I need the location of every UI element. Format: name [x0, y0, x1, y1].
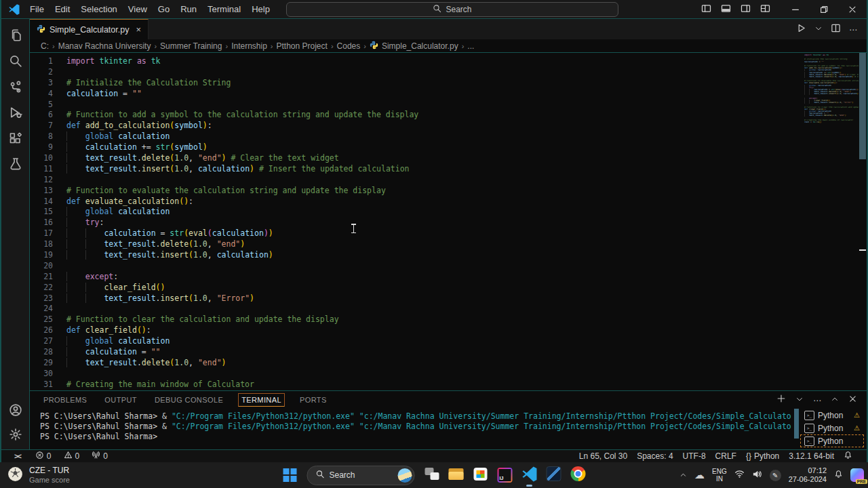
close-window-icon[interactable]: [838, 0, 867, 19]
start-button[interactable]: [278, 462, 302, 488]
status-3-12-1-64-bit[interactable]: 3.12.1 64-bit: [784, 451, 839, 461]
line-text[interactable]: import tkinter as tk: [53, 56, 161, 67]
terminal-session[interactable]: >_Python: [800, 434, 864, 447]
code-line[interactable]: 29 text_result.delete(1.0, "end"): [30, 358, 804, 369]
line-text[interactable]: global calculation: [53, 336, 170, 347]
line-number[interactable]: 19: [30, 250, 53, 261]
line-number[interactable]: 6: [30, 110, 53, 121]
line-text[interactable]: text_result.insert(1.0, calculation): [53, 250, 273, 261]
panel-tab-ports[interactable]: PORTS: [297, 394, 330, 406]
breadcrumb-item[interactable]: C:: [41, 41, 49, 51]
code-line[interactable]: 16 try:: [30, 218, 804, 228]
code-area[interactable]: 1import tkinter as tk23# Initialize the …: [30, 56, 804, 390]
status-radio-tower[interactable]: 0: [87, 451, 113, 462]
taskbar-app-task-view[interactable]: [420, 462, 444, 488]
toggle-secondary-sidebar-icon[interactable]: [741, 3, 751, 16]
line-number[interactable]: 12: [30, 175, 53, 186]
line-text[interactable]: # Function to clear the calculation and …: [53, 314, 339, 325]
line-text[interactable]: # Function to evaluate the calculation s…: [53, 186, 386, 197]
status-spaces-4[interactable]: Spaces: 4: [632, 451, 677, 461]
code-line[interactable]: 17 calculation = str(eval(calculation)): [30, 228, 804, 239]
onedrive-icon[interactable]: ☁: [694, 469, 705, 481]
line-text[interactable]: def add_to_calculation(symbol):: [53, 121, 212, 131]
taskbar-search[interactable]: Search: [307, 466, 415, 485]
toggle-primary-sidebar-icon[interactable]: [701, 3, 711, 16]
line-text[interactable]: except:: [53, 272, 118, 283]
terminal-output[interactable]: PS C:\Users\Rahul Sharma> & "C:/Program …: [40, 411, 792, 443]
menu-file[interactable]: File: [24, 2, 50, 16]
chevron-down-icon[interactable]: [814, 23, 823, 35]
code-line[interactable]: 20: [30, 261, 804, 272]
line-number[interactable]: 20: [30, 261, 53, 272]
restore-icon[interactable]: [810, 0, 838, 19]
terminal-session[interactable]: >_Python⚠: [800, 422, 864, 434]
line-number[interactable]: 15: [30, 207, 53, 218]
terminal-scrollbar-thumb[interactable]: [794, 409, 799, 439]
status-bell[interactable]: [839, 451, 857, 462]
breadcrumb-item[interactable]: Codes: [337, 41, 361, 51]
status-errors[interactable]: 0: [31, 451, 56, 462]
code-line[interactable]: 11 text_result.insert(1.0, calculation) …: [30, 164, 804, 175]
line-number[interactable]: 2: [30, 67, 53, 78]
line-number[interactable]: 30: [30, 369, 53, 380]
menu-terminal[interactable]: Terminal: [202, 2, 246, 16]
code-line[interactable]: 10 text_result.delete(1.0, "end") # Clea…: [30, 153, 804, 164]
code-line[interactable]: 21 except:: [30, 272, 804, 283]
copilot-button[interactable]: PRE: [850, 468, 864, 482]
panel-tab-problems[interactable]: PROBLEMS: [41, 394, 90, 406]
language-indicator[interactable]: ENG IN: [712, 468, 727, 483]
menu-run[interactable]: Run: [175, 2, 202, 16]
breadcrumb-item[interactable]: Simple_Calculator.py: [382, 41, 458, 51]
extensions-icon[interactable]: [9, 131, 22, 145]
code-line[interactable]: 30: [30, 369, 804, 380]
line-text[interactable]: text_result.delete(1.0, "end"): [53, 358, 226, 369]
line-text[interactable]: # Function to add a symbol to the calcul…: [53, 110, 418, 121]
line-number[interactable]: 3: [30, 78, 53, 89]
taskbar-app-file-explorer[interactable]: [444, 462, 469, 488]
line-text[interactable]: global calculation: [53, 207, 170, 218]
code-line[interactable]: 9 calculation += str(symbol): [30, 142, 804, 153]
line-number[interactable]: 18: [30, 239, 53, 250]
line-number[interactable]: 26: [30, 325, 53, 336]
status-crlf[interactable]: CRLF: [711, 451, 741, 461]
volume-icon[interactable]: [752, 469, 762, 482]
panel-tab-debug-console[interactable]: DEBUG CONSOLE: [152, 394, 226, 406]
menu-help[interactable]: Help: [246, 2, 275, 16]
editor[interactable]: 1import tkinter as tk23# Initialize the …: [30, 53, 867, 390]
settings-icon[interactable]: [9, 428, 22, 441]
minimize-icon[interactable]: [781, 0, 810, 19]
code-line[interactable]: 24: [30, 304, 804, 314]
code-line[interactable]: 12: [30, 175, 804, 186]
line-text[interactable]: [53, 304, 66, 314]
testing-icon[interactable]: [9, 157, 22, 171]
line-number[interactable]: 16: [30, 218, 53, 228]
line-number[interactable]: 23: [30, 293, 53, 304]
customize-layout-icon[interactable]: [760, 3, 770, 16]
code-line[interactable]: 3# Initialize the Calculation String: [30, 78, 804, 89]
code-line[interactable]: 2: [30, 67, 804, 78]
line-text[interactable]: global calculation: [53, 131, 170, 142]
chevron-up-icon[interactable]: [831, 394, 839, 406]
line-text[interactable]: text_result.delete(1.0, "end") # Clear t…: [53, 153, 339, 164]
line-text[interactable]: [53, 67, 66, 78]
line-number[interactable]: 9: [30, 142, 53, 153]
line-number[interactable]: 21: [30, 272, 53, 283]
code-line[interactable]: 28 calculation = "": [30, 347, 804, 358]
code-line[interactable]: 5: [30, 100, 804, 110]
editor-tab[interactable]: Simple_Calculator.py×: [30, 19, 149, 39]
taskbar-app-photos[interactable]: [542, 462, 566, 488]
line-text[interactable]: calculation = str(eval(calculation)): [53, 228, 273, 239]
panel-tab-terminal[interactable]: TERMINAL: [238, 393, 285, 407]
line-number[interactable]: 17: [30, 228, 53, 239]
menu-edit[interactable]: Edit: [50, 2, 75, 16]
code-line[interactable]: 8 global calculation: [30, 131, 804, 142]
line-text[interactable]: # Creating the main window of Calculator: [53, 380, 254, 390]
line-text[interactable]: text_result.delete(1.0, "end"): [53, 239, 245, 250]
more-icon[interactable]: ⋯: [849, 23, 857, 35]
line-number[interactable]: 25: [30, 314, 53, 325]
line-text[interactable]: calculation += str(symbol): [53, 142, 208, 153]
line-text[interactable]: def evaluate_calculation():: [53, 197, 193, 207]
wifi-icon[interactable]: [734, 469, 745, 482]
status-ln-65-col-30[interactable]: Ln 65, Col 30: [574, 451, 632, 461]
explorer-icon[interactable]: [9, 28, 22, 42]
